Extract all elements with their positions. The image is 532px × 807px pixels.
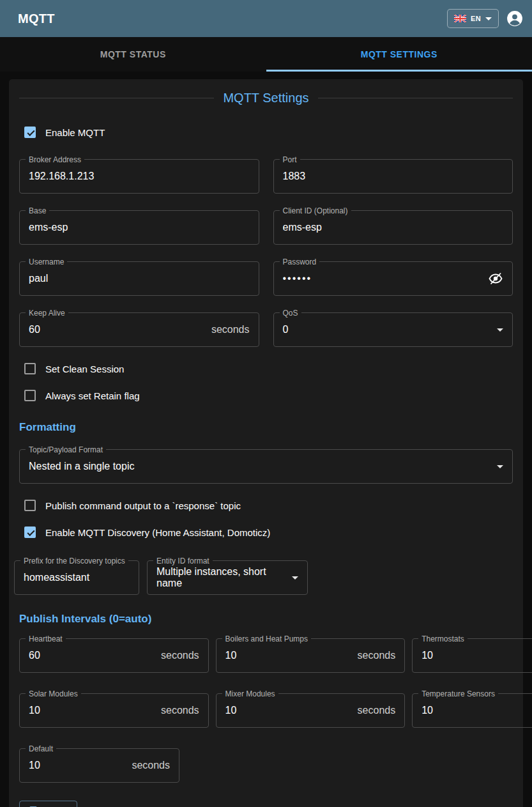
section-title: MQTT Settings	[223, 91, 308, 105]
broker-address-label: Broker Address	[26, 155, 84, 164]
thermostats-input[interactable]	[422, 650, 532, 661]
publish-response-checkbox[interactable]	[24, 500, 36, 511]
settings-card: MQTT Settings Enable MQTT Broker Address…	[9, 79, 523, 807]
app-bar: MQTT EN	[0, 0, 532, 37]
visibility-off-icon[interactable]	[488, 271, 503, 286]
thermostats-field[interactable]: Thermostats seconds	[412, 638, 532, 673]
publish-intervals-heading: Publish Intervals (0=auto)	[19, 613, 513, 626]
language-selector[interactable]: EN	[447, 9, 499, 28]
client-id-label: Client ID (Optional)	[280, 206, 351, 215]
keep-alive-label: Keep Alive	[26, 309, 68, 318]
discovery-prefix-input[interactable]	[24, 572, 130, 583]
entity-id-format-value: Multiple instances, short name	[156, 566, 287, 589]
entity-id-format-label: Entity ID format	[153, 557, 213, 565]
entity-id-format-select[interactable]: Entity ID format Multiple instances, sho…	[147, 560, 308, 595]
retain-flag-row[interactable]: Always set Retain flag	[24, 388, 513, 403]
solar-modules-field[interactable]: Solar Modules seconds	[19, 693, 209, 728]
heartbeat-label: Heartbeat	[26, 634, 66, 643]
temperature-sensors-input[interactable]	[422, 705, 532, 716]
mixer-modules-input[interactable]	[225, 705, 358, 716]
base-label: Base	[26, 206, 49, 215]
boilers-input[interactable]	[225, 650, 358, 661]
boilers-label: Boilers and Heat Pumps	[222, 634, 311, 643]
topic-format-value: Nested in a single topic	[29, 461, 492, 472]
mqtt-discovery-row[interactable]: Enable MQTT Discovery (Home Assistant, D…	[24, 525, 513, 540]
enable-mqtt-label: Enable MQTT	[45, 127, 105, 138]
discovery-prefix-field[interactable]: Prefix for the Discovery topics	[14, 560, 139, 595]
temperature-sensors-label: Temperature Sensors	[418, 689, 498, 698]
thermostats-label: Thermostats	[418, 634, 467, 643]
mixer-modules-field[interactable]: Mixer Modules seconds	[216, 693, 406, 728]
retain-flag-label: Always set Retain flag	[45, 390, 140, 401]
dropdown-arrow-icon	[497, 328, 503, 332]
keep-alive-unit: seconds	[211, 324, 250, 335]
username-input[interactable]	[29, 273, 250, 284]
mqtt-discovery-label: Enable MQTT Discovery (Home Assistant, D…	[45, 527, 270, 538]
temperature-sensors-field[interactable]: Temperature Sensors seconds	[412, 693, 532, 728]
enable-mqtt-checkbox[interactable]	[24, 127, 36, 138]
clean-session-checkbox[interactable]	[24, 363, 36, 374]
mixer-modules-label: Mixer Modules	[222, 689, 278, 698]
chevron-down-icon	[485, 17, 492, 20]
tab-mqtt-settings[interactable]: MQTT SETTINGS	[266, 37, 532, 72]
clean-session-label: Set Clean Session	[45, 364, 124, 374]
uk-flag-icon	[454, 15, 466, 22]
header-actions: EN	[447, 9, 523, 28]
publish-response-row[interactable]: Publish command output to a `response` t…	[24, 498, 513, 513]
page-title: MQTT	[18, 12, 55, 26]
divider-line	[19, 98, 214, 98]
language-label: EN	[471, 15, 481, 22]
heartbeat-unit: seconds	[161, 650, 199, 661]
base-field[interactable]: Base	[19, 210, 259, 245]
dropdown-arrow-icon	[497, 465, 503, 468]
formatting-heading: Formatting	[19, 421, 513, 434]
password-label: Password	[280, 257, 320, 266]
base-input[interactable]	[29, 222, 250, 233]
password-field[interactable]: Password	[273, 261, 513, 296]
solar-modules-unit: seconds	[161, 705, 199, 716]
clean-session-row[interactable]: Set Clean Session	[24, 361, 513, 376]
port-input[interactable]	[283, 171, 504, 182]
username-label: Username	[26, 257, 67, 266]
broker-address-field[interactable]: Broker Address	[19, 159, 259, 194]
keep-alive-field[interactable]: Keep Alive seconds	[19, 312, 259, 347]
solar-modules-input[interactable]	[29, 705, 161, 716]
heartbeat-input[interactable]	[29, 650, 161, 661]
tab-bar: MQTT STATUS MQTT SETTINGS	[0, 37, 532, 72]
qos-value: 0	[283, 324, 492, 335]
default-interval-unit: seconds	[132, 760, 170, 771]
client-id-field[interactable]: Client ID (Optional)	[273, 210, 513, 245]
topic-format-select[interactable]: Topic/Payload Format Nested in a single …	[19, 449, 513, 484]
enable-mqtt-row[interactable]: Enable MQTT	[24, 125, 513, 140]
default-interval-input[interactable]	[29, 760, 132, 771]
port-label: Port	[280, 155, 300, 164]
section-title-divider: MQTT Settings	[19, 91, 513, 105]
topic-format-label: Topic/Payload Format	[26, 445, 106, 454]
default-interval-label: Default	[26, 744, 56, 753]
dropdown-arrow-icon	[292, 576, 298, 580]
publish-response-label: Publish command output to a `response` t…	[45, 500, 241, 511]
account-icon[interactable]	[506, 10, 523, 27]
boilers-field[interactable]: Boilers and Heat Pumps seconds	[216, 638, 406, 673]
qos-label: QoS	[280, 309, 301, 318]
client-id-input[interactable]	[283, 222, 504, 233]
retain-flag-checkbox[interactable]	[24, 390, 36, 401]
boilers-unit: seconds	[358, 650, 396, 661]
heartbeat-field[interactable]: Heartbeat seconds	[19, 638, 209, 673]
divider-line	[318, 98, 513, 98]
mqtt-discovery-checkbox[interactable]	[24, 526, 36, 538]
mixer-modules-unit: seconds	[358, 705, 396, 716]
password-input[interactable]	[283, 273, 489, 284]
save-button[interactable]: SAVE	[19, 801, 77, 807]
discovery-prefix-label: Prefix for the Discovery topics	[20, 557, 128, 565]
solar-modules-label: Solar Modules	[26, 689, 81, 698]
tab-mqtt-status[interactable]: MQTT STATUS	[0, 37, 266, 72]
broker-address-input[interactable]	[29, 171, 250, 182]
default-interval-field[interactable]: Default seconds	[19, 748, 179, 783]
username-field[interactable]: Username	[19, 261, 259, 296]
qos-select[interactable]: QoS 0	[273, 312, 513, 347]
keep-alive-input[interactable]	[29, 324, 211, 335]
port-field[interactable]: Port	[273, 159, 513, 194]
